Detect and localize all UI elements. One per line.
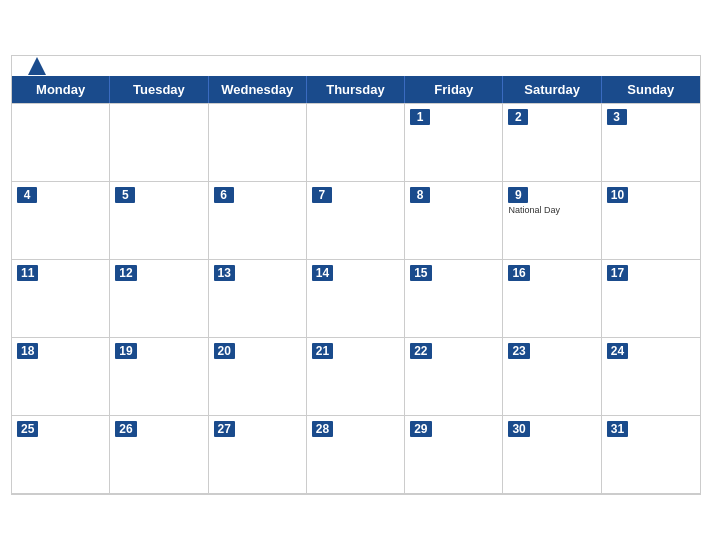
calendar-cell: 24 — [602, 338, 700, 416]
svg-marker-0 — [28, 57, 46, 75]
calendar-cell: 16 — [503, 260, 601, 338]
calendar-cell — [110, 104, 208, 182]
date-number: 5 — [115, 187, 135, 203]
date-number: 19 — [115, 343, 136, 359]
calendar-cell: 31 — [602, 416, 700, 494]
calendar-cell: 17 — [602, 260, 700, 338]
day-header-monday: Monday — [12, 76, 110, 103]
date-number: 10 — [607, 187, 628, 203]
date-number: 31 — [607, 421, 628, 437]
calendar-cell: 27 — [209, 416, 307, 494]
day-header-sunday: Sunday — [602, 76, 700, 103]
logo-bottom — [28, 57, 48, 75]
day-header-wednesday: Wednesday — [209, 76, 307, 103]
calendar-cell — [209, 104, 307, 182]
date-number: 15 — [410, 265, 431, 281]
date-number: 6 — [214, 187, 234, 203]
logo-graphic — [28, 57, 48, 75]
date-number: 20 — [214, 343, 235, 359]
logo-triangle-icon — [28, 57, 46, 75]
calendar-cell: 8 — [405, 182, 503, 260]
calendar-grid: 123456789National Day1011121314151617181… — [12, 103, 700, 494]
date-number: 1 — [410, 109, 430, 125]
date-number: 14 — [312, 265, 333, 281]
date-number: 21 — [312, 343, 333, 359]
day-headers: MondayTuesdayWednesdayThursdayFridaySatu… — [12, 76, 700, 103]
calendar: MondayTuesdayWednesdayThursdayFridaySatu… — [11, 55, 701, 495]
calendar-cell — [307, 104, 405, 182]
calendar-cell: 1 — [405, 104, 503, 182]
calendar-cell: 23 — [503, 338, 601, 416]
date-number: 13 — [214, 265, 235, 281]
date-number: 8 — [410, 187, 430, 203]
calendar-header — [12, 56, 700, 76]
calendar-cell: 11 — [12, 260, 110, 338]
date-number: 16 — [508, 265, 529, 281]
date-number: 30 — [508, 421, 529, 437]
date-number: 22 — [410, 343, 431, 359]
day-header-saturday: Saturday — [503, 76, 601, 103]
calendar-cell: 26 — [110, 416, 208, 494]
calendar-cell: 30 — [503, 416, 601, 494]
date-number: 3 — [607, 109, 627, 125]
calendar-cell: 7 — [307, 182, 405, 260]
date-number: 18 — [17, 343, 38, 359]
calendar-cell: 13 — [209, 260, 307, 338]
date-number: 26 — [115, 421, 136, 437]
date-number: 2 — [508, 109, 528, 125]
date-number: 17 — [607, 265, 628, 281]
logo — [28, 57, 48, 75]
calendar-cell: 3 — [602, 104, 700, 182]
calendar-cell: 25 — [12, 416, 110, 494]
calendar-cell: 18 — [12, 338, 110, 416]
calendar-cell: 6 — [209, 182, 307, 260]
date-number: 25 — [17, 421, 38, 437]
calendar-cell: 21 — [307, 338, 405, 416]
date-number: 12 — [115, 265, 136, 281]
calendar-cell: 10 — [602, 182, 700, 260]
date-number: 7 — [312, 187, 332, 203]
calendar-cell: 12 — [110, 260, 208, 338]
day-header-thursday: Thursday — [307, 76, 405, 103]
date-number: 9 — [508, 187, 528, 203]
date-number: 24 — [607, 343, 628, 359]
calendar-cell: 4 — [12, 182, 110, 260]
calendar-cell: 29 — [405, 416, 503, 494]
calendar-cell: 22 — [405, 338, 503, 416]
calendar-cell: 5 — [110, 182, 208, 260]
date-number: 11 — [17, 265, 38, 281]
calendar-cell: 20 — [209, 338, 307, 416]
calendar-cell — [12, 104, 110, 182]
date-number: 28 — [312, 421, 333, 437]
calendar-cell: 2 — [503, 104, 601, 182]
calendar-cell: 28 — [307, 416, 405, 494]
calendar-cell: 19 — [110, 338, 208, 416]
holiday-label: National Day — [508, 205, 595, 216]
calendar-cell: 15 — [405, 260, 503, 338]
calendar-cell: 14 — [307, 260, 405, 338]
date-number: 27 — [214, 421, 235, 437]
day-header-friday: Friday — [405, 76, 503, 103]
day-header-tuesday: Tuesday — [110, 76, 208, 103]
date-number: 23 — [508, 343, 529, 359]
date-number: 4 — [17, 187, 37, 203]
calendar-cell: 9National Day — [503, 182, 601, 260]
logo-icon-group — [28, 57, 48, 75]
date-number: 29 — [410, 421, 431, 437]
